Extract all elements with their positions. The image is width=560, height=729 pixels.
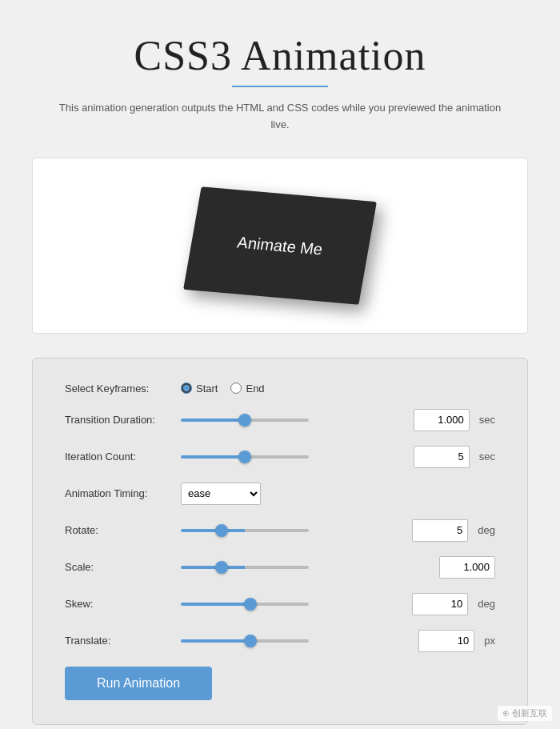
translate-slider-wrapper <box>181 639 412 643</box>
animation-timing-input-area: ease linear ease-in ease-out ease-in-out <box>181 483 495 505</box>
animate-card: Animate Me <box>183 186 377 305</box>
transition-duration-input[interactable] <box>414 409 470 431</box>
radio-end-input[interactable] <box>230 383 242 394</box>
radio-start-label: Start <box>196 383 218 395</box>
iteration-count-label: Iteration Count: <box>65 451 181 463</box>
iteration-count-input[interactable] <box>414 446 470 468</box>
rotate-slider[interactable] <box>181 529 309 532</box>
radio-start-input[interactable] <box>181 383 192 394</box>
transition-duration-row: Transition Duration: sec <box>65 409 495 431</box>
animation-timing-select[interactable]: ease linear ease-in ease-out ease-in-out <box>181 483 261 505</box>
skew-row: Skew: deg <box>65 593 495 615</box>
translate-row: Translate: px <box>65 630 495 652</box>
watermark: ⊕ 创新互联 <box>498 706 552 721</box>
scale-input[interactable] <box>439 556 495 579</box>
radio-start[interactable]: Start <box>181 383 218 395</box>
skew-slider-wrapper <box>181 603 406 606</box>
translate-label: Translate: <box>65 635 181 647</box>
skew-unit: deg <box>478 598 495 610</box>
iteration-count-input-area: sec <box>181 446 495 468</box>
keyframes-row: Select Keyframes: Start End <box>65 383 495 395</box>
translate-input-area: px <box>181 630 495 652</box>
radio-end[interactable]: End <box>230 383 264 395</box>
transition-duration-slider[interactable] <box>181 419 309 422</box>
rotate-label: Rotate: <box>65 524 181 536</box>
rotate-row: Rotate: deg <box>65 519 495 542</box>
subtitle-text: This animation generation outputs the HT… <box>56 100 504 134</box>
rotate-unit: deg <box>478 524 495 536</box>
rotate-input-area: deg <box>181 519 495 542</box>
scale-label: Scale: <box>65 561 181 573</box>
page-title: CSS3 Animation <box>32 32 528 79</box>
keyframes-label: Select Keyframes: <box>65 383 181 395</box>
transition-duration-input-area: sec <box>181 409 495 431</box>
title-underline <box>232 86 328 87</box>
translate-unit: px <box>484 635 495 647</box>
scale-input-area <box>181 556 495 579</box>
header-section: CSS3 Animation This animation generation… <box>32 16 528 158</box>
keyframes-radio-group: Start End <box>181 383 265 395</box>
run-animation-button[interactable]: Run Animation <box>65 667 212 700</box>
scale-slider[interactable] <box>181 566 309 569</box>
skew-slider[interactable] <box>181 603 309 606</box>
page-wrapper: CSS3 Animation This animation generation… <box>0 0 560 729</box>
rotate-slider-wrapper <box>181 529 406 532</box>
iteration-count-slider-wrapper <box>181 455 407 459</box>
transition-duration-label: Transition Duration: <box>65 414 181 426</box>
skew-input-area: deg <box>181 593 495 615</box>
controls-box: Select Keyframes: Start End Transition D… <box>32 358 528 725</box>
iteration-count-slider[interactable] <box>181 455 309 459</box>
translate-input[interactable] <box>418 630 474 652</box>
keyframes-input-area: Start End <box>181 383 495 395</box>
rotate-input[interactable] <box>412 519 468 542</box>
animation-timing-label: Animation Timing: <box>65 487 181 499</box>
skew-label: Skew: <box>65 598 181 610</box>
animation-timing-row: Animation Timing: ease linear ease-in ea… <box>65 483 495 505</box>
translate-slider[interactable] <box>181 639 309 643</box>
watermark-text: ⊕ 创新互联 <box>502 708 547 718</box>
preview-box: Animate Me <box>32 158 528 334</box>
transition-duration-unit: sec <box>479 414 495 426</box>
skew-input[interactable] <box>412 593 468 615</box>
transition-duration-slider-wrapper <box>181 419 407 422</box>
iteration-count-row: Iteration Count: sec <box>65 446 495 468</box>
scale-row: Scale: <box>65 556 495 579</box>
scale-slider-wrapper <box>181 566 433 569</box>
radio-end-label: End <box>246 383 264 395</box>
iteration-count-unit: sec <box>479 451 495 463</box>
animate-card-label: Animate Me <box>236 233 324 258</box>
